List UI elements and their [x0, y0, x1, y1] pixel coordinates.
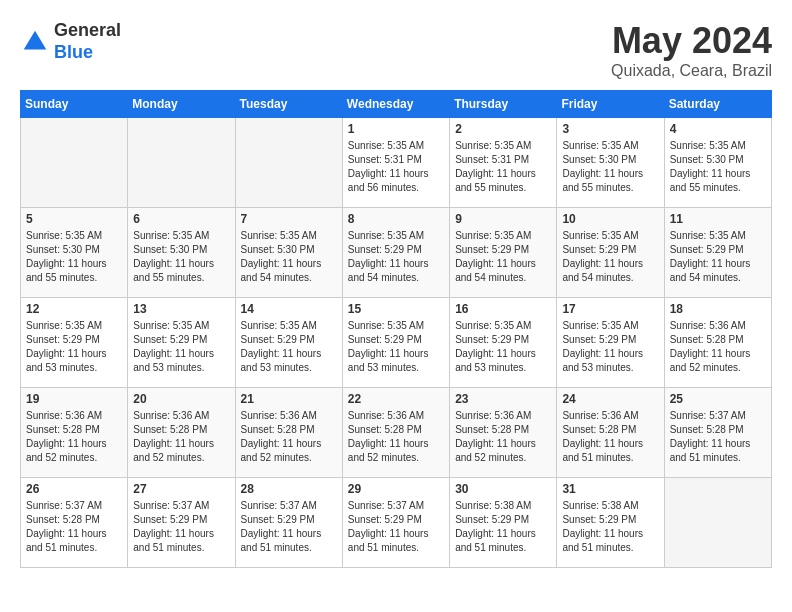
calendar-cell: 4Sunrise: 5:35 AMSunset: 5:30 PMDaylight… [664, 118, 771, 208]
day-info: Sunrise: 5:35 AMSunset: 5:29 PMDaylight:… [241, 319, 337, 375]
day-info: Sunrise: 5:35 AMSunset: 5:29 PMDaylight:… [26, 319, 122, 375]
calendar-cell: 3Sunrise: 5:35 AMSunset: 5:30 PMDaylight… [557, 118, 664, 208]
day-info: Sunrise: 5:37 AMSunset: 5:28 PMDaylight:… [26, 499, 122, 555]
day-info: Sunrise: 5:36 AMSunset: 5:28 PMDaylight:… [133, 409, 229, 465]
calendar-cell: 15Sunrise: 5:35 AMSunset: 5:29 PMDayligh… [342, 298, 449, 388]
day-number: 19 [26, 392, 122, 406]
month-title: May 2024 [611, 20, 772, 62]
day-info: Sunrise: 5:35 AMSunset: 5:29 PMDaylight:… [133, 319, 229, 375]
header-monday: Monday [128, 91, 235, 118]
svg-marker-0 [24, 30, 47, 49]
calendar-cell: 26Sunrise: 5:37 AMSunset: 5:28 PMDayligh… [21, 478, 128, 568]
calendar-cell: 2Sunrise: 5:35 AMSunset: 5:31 PMDaylight… [450, 118, 557, 208]
day-info: Sunrise: 5:35 AMSunset: 5:31 PMDaylight:… [348, 139, 444, 195]
day-number: 30 [455, 482, 551, 496]
calendar-cell: 30Sunrise: 5:38 AMSunset: 5:29 PMDayligh… [450, 478, 557, 568]
calendar-cell: 27Sunrise: 5:37 AMSunset: 5:29 PMDayligh… [128, 478, 235, 568]
day-number: 16 [455, 302, 551, 316]
calendar: SundayMondayTuesdayWednesdayThursdayFrid… [20, 90, 772, 568]
calendar-header-row: SundayMondayTuesdayWednesdayThursdayFrid… [21, 91, 772, 118]
day-info: Sunrise: 5:36 AMSunset: 5:28 PMDaylight:… [348, 409, 444, 465]
day-number: 12 [26, 302, 122, 316]
calendar-cell [235, 118, 342, 208]
day-number: 14 [241, 302, 337, 316]
day-info: Sunrise: 5:37 AMSunset: 5:29 PMDaylight:… [348, 499, 444, 555]
logo-blue: Blue [54, 42, 121, 64]
logo-general: General [54, 20, 121, 42]
day-info: Sunrise: 5:35 AMSunset: 5:31 PMDaylight:… [455, 139, 551, 195]
calendar-week-5: 26Sunrise: 5:37 AMSunset: 5:28 PMDayligh… [21, 478, 772, 568]
day-number: 5 [26, 212, 122, 226]
calendar-cell: 1Sunrise: 5:35 AMSunset: 5:31 PMDaylight… [342, 118, 449, 208]
day-info: Sunrise: 5:35 AMSunset: 5:30 PMDaylight:… [670, 139, 766, 195]
calendar-cell: 8Sunrise: 5:35 AMSunset: 5:29 PMDaylight… [342, 208, 449, 298]
day-info: Sunrise: 5:35 AMSunset: 5:29 PMDaylight:… [348, 229, 444, 285]
day-number: 24 [562, 392, 658, 406]
location: Quixada, Ceara, Brazil [611, 62, 772, 80]
day-info: Sunrise: 5:37 AMSunset: 5:28 PMDaylight:… [670, 409, 766, 465]
day-number: 28 [241, 482, 337, 496]
day-number: 6 [133, 212, 229, 226]
day-number: 31 [562, 482, 658, 496]
day-number: 23 [455, 392, 551, 406]
calendar-cell: 9Sunrise: 5:35 AMSunset: 5:29 PMDaylight… [450, 208, 557, 298]
title-area: May 2024 Quixada, Ceara, Brazil [611, 20, 772, 80]
header-saturday: Saturday [664, 91, 771, 118]
day-info: Sunrise: 5:35 AMSunset: 5:29 PMDaylight:… [455, 319, 551, 375]
day-info: Sunrise: 5:35 AMSunset: 5:29 PMDaylight:… [455, 229, 551, 285]
day-info: Sunrise: 5:35 AMSunset: 5:30 PMDaylight:… [26, 229, 122, 285]
day-info: Sunrise: 5:35 AMSunset: 5:29 PMDaylight:… [348, 319, 444, 375]
day-number: 11 [670, 212, 766, 226]
day-number: 3 [562, 122, 658, 136]
header-friday: Friday [557, 91, 664, 118]
day-number: 29 [348, 482, 444, 496]
logo: General Blue [20, 20, 121, 63]
calendar-cell: 13Sunrise: 5:35 AMSunset: 5:29 PMDayligh… [128, 298, 235, 388]
calendar-cell: 21Sunrise: 5:36 AMSunset: 5:28 PMDayligh… [235, 388, 342, 478]
logo-icon [20, 27, 50, 57]
day-info: Sunrise: 5:35 AMSunset: 5:29 PMDaylight:… [562, 229, 658, 285]
calendar-cell: 25Sunrise: 5:37 AMSunset: 5:28 PMDayligh… [664, 388, 771, 478]
calendar-cell: 19Sunrise: 5:36 AMSunset: 5:28 PMDayligh… [21, 388, 128, 478]
calendar-week-3: 12Sunrise: 5:35 AMSunset: 5:29 PMDayligh… [21, 298, 772, 388]
calendar-week-2: 5Sunrise: 5:35 AMSunset: 5:30 PMDaylight… [21, 208, 772, 298]
day-number: 8 [348, 212, 444, 226]
header-sunday: Sunday [21, 91, 128, 118]
calendar-cell: 11Sunrise: 5:35 AMSunset: 5:29 PMDayligh… [664, 208, 771, 298]
day-info: Sunrise: 5:36 AMSunset: 5:28 PMDaylight:… [670, 319, 766, 375]
day-number: 21 [241, 392, 337, 406]
calendar-week-4: 19Sunrise: 5:36 AMSunset: 5:28 PMDayligh… [21, 388, 772, 478]
header-thursday: Thursday [450, 91, 557, 118]
day-number: 4 [670, 122, 766, 136]
day-number: 15 [348, 302, 444, 316]
day-number: 7 [241, 212, 337, 226]
day-number: 17 [562, 302, 658, 316]
page-header: General Blue May 2024 Quixada, Ceara, Br… [20, 20, 772, 80]
day-info: Sunrise: 5:35 AMSunset: 5:30 PMDaylight:… [241, 229, 337, 285]
day-info: Sunrise: 5:36 AMSunset: 5:28 PMDaylight:… [26, 409, 122, 465]
day-info: Sunrise: 5:38 AMSunset: 5:29 PMDaylight:… [455, 499, 551, 555]
day-info: Sunrise: 5:35 AMSunset: 5:30 PMDaylight:… [562, 139, 658, 195]
day-info: Sunrise: 5:35 AMSunset: 5:30 PMDaylight:… [133, 229, 229, 285]
calendar-cell: 6Sunrise: 5:35 AMSunset: 5:30 PMDaylight… [128, 208, 235, 298]
day-number: 2 [455, 122, 551, 136]
day-info: Sunrise: 5:37 AMSunset: 5:29 PMDaylight:… [241, 499, 337, 555]
day-number: 25 [670, 392, 766, 406]
calendar-cell: 5Sunrise: 5:35 AMSunset: 5:30 PMDaylight… [21, 208, 128, 298]
day-number: 1 [348, 122, 444, 136]
calendar-cell: 29Sunrise: 5:37 AMSunset: 5:29 PMDayligh… [342, 478, 449, 568]
calendar-cell: 24Sunrise: 5:36 AMSunset: 5:28 PMDayligh… [557, 388, 664, 478]
day-number: 9 [455, 212, 551, 226]
calendar-cell: 7Sunrise: 5:35 AMSunset: 5:30 PMDaylight… [235, 208, 342, 298]
day-info: Sunrise: 5:35 AMSunset: 5:29 PMDaylight:… [670, 229, 766, 285]
day-number: 22 [348, 392, 444, 406]
day-info: Sunrise: 5:36 AMSunset: 5:28 PMDaylight:… [241, 409, 337, 465]
calendar-cell: 12Sunrise: 5:35 AMSunset: 5:29 PMDayligh… [21, 298, 128, 388]
day-number: 10 [562, 212, 658, 226]
calendar-cell [21, 118, 128, 208]
day-info: Sunrise: 5:36 AMSunset: 5:28 PMDaylight:… [562, 409, 658, 465]
day-info: Sunrise: 5:36 AMSunset: 5:28 PMDaylight:… [455, 409, 551, 465]
day-info: Sunrise: 5:38 AMSunset: 5:29 PMDaylight:… [562, 499, 658, 555]
calendar-cell: 28Sunrise: 5:37 AMSunset: 5:29 PMDayligh… [235, 478, 342, 568]
day-number: 13 [133, 302, 229, 316]
